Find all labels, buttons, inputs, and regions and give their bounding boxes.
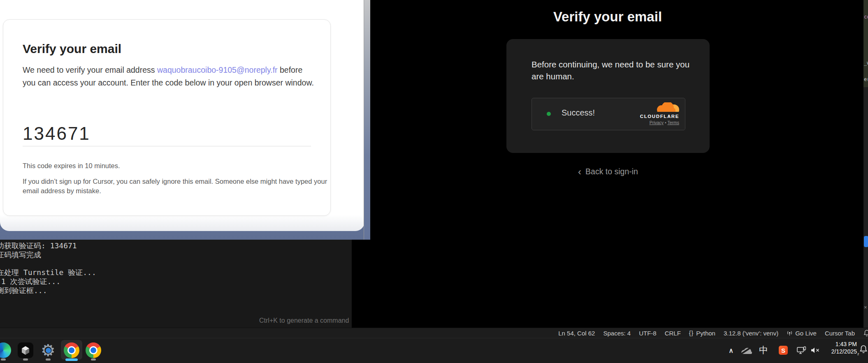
taskbar-notifications-bell-icon[interactable]: z xyxy=(859,345,868,363)
taskbar xyxy=(0,338,868,363)
encoding-indicator[interactable]: UTF-8 xyxy=(639,330,657,337)
taskbar-edge-app[interactable] xyxy=(0,342,11,358)
cursor-position-indicator[interactable]: Ln 54, Col 62 xyxy=(558,330,595,337)
email-address-link[interactable]: waquobraucoibo-9105@noreply.fr xyxy=(157,65,278,74)
onedrive-icon[interactable] xyxy=(740,342,753,358)
ime-indicator[interactable]: 中 xyxy=(758,342,769,358)
notifications-bell-icon[interactable] xyxy=(863,329,868,337)
terminal-line: 测到验证框... xyxy=(0,286,47,295)
chrome-icon-active[interactable] xyxy=(64,342,79,358)
snipaste-icon[interactable]: S xyxy=(778,342,789,358)
running-indicator xyxy=(23,358,28,361)
taskbar-chrome-app[interactable] xyxy=(86,342,101,358)
cloudflare-wordmark: CLOUDFLARE xyxy=(634,114,679,119)
gear-center-dot xyxy=(46,348,51,353)
edge-icon xyxy=(0,342,11,358)
turnstile-widget[interactable]: Success! CLOUDFLARE Privacy • Terms xyxy=(531,98,685,130)
terminal-line: 1 次尝试验证... xyxy=(0,277,60,286)
terminal-line: 在处理 Turnstile 验证... xyxy=(0,268,96,277)
success-dot-icon xyxy=(547,112,551,116)
back-to-signin-link[interactable]: ‹Back to sign-in xyxy=(506,166,710,178)
running-indicator xyxy=(1,358,6,361)
turnstile-status: Success! xyxy=(562,108,595,118)
tray-date: 2/12/2025 xyxy=(820,348,857,355)
status-bar: Ln 54, Col 62 Spaces: 4 UTF-8 CRLF {} Py… xyxy=(0,328,868,338)
braces-icon: {} xyxy=(689,330,694,336)
active-window-indicator xyxy=(65,358,78,361)
terms-link[interactable]: Terms xyxy=(667,120,679,125)
human-check-card: Before continuing, we need to be sure yo… xyxy=(506,39,710,153)
running-indicator xyxy=(46,358,51,361)
taskbar-settings-app[interactable]: ⚙ xyxy=(40,342,56,358)
cursor-cube-icon xyxy=(18,342,33,358)
human-check-text: Before continuing, we need to be sure yo… xyxy=(531,58,692,82)
blue-scroll-thumb[interactable] xyxy=(864,236,868,247)
email-viewport: Verify your email We need to verify your… xyxy=(0,0,364,231)
chrome-icon xyxy=(86,342,101,358)
background-editor-sliver: co _w er × xyxy=(863,0,868,328)
go-live-button[interactable]: Go Live xyxy=(787,330,817,337)
code-fragment: co xyxy=(864,14,868,20)
back-to-signin-label: Back to sign-in xyxy=(585,167,638,176)
expiry-note: This code expires in 10 minutes. xyxy=(23,162,120,170)
running-indicator xyxy=(91,358,96,361)
cloudflare-cloud-icon xyxy=(656,102,679,112)
broadcast-icon xyxy=(787,330,793,336)
turnstile-legal-links: Privacy • Terms xyxy=(634,120,679,125)
screen: Verify your email Before continuing, we … xyxy=(0,0,868,363)
privacy-link[interactable]: Privacy xyxy=(650,120,664,125)
disclaimer-text: If you didn’t sign up for Cursor, you ca… xyxy=(23,177,328,195)
email-card: Verify your email We need to verify your… xyxy=(3,19,331,216)
eol-indicator[interactable]: CRLF xyxy=(665,330,681,337)
email-preview-window: Verify your email We need to verify your… xyxy=(0,0,370,240)
terminal-line: 功获取验证码: 134671 xyxy=(0,241,77,250)
tray-overflow-chevron-icon[interactable]: ∧ xyxy=(726,342,736,358)
cloudflare-branding: CLOUDFLARE Privacy • Terms xyxy=(634,102,679,125)
network-icon[interactable] xyxy=(796,342,807,358)
divider xyxy=(23,146,311,146)
code-fragment: _w xyxy=(864,60,868,66)
tray-clock[interactable]: 1:43 PM 2/12/2025 xyxy=(820,340,857,355)
terminal-panel[interactable]: 功获取验证码: 134671 证码填写完成 在处理 Turnstile 验证..… xyxy=(0,240,352,328)
chevron-left-icon: ‹ xyxy=(578,166,581,177)
python-interpreter-indicator[interactable]: 3.12.8 ('venv': venv) xyxy=(724,330,778,337)
close-icon[interactable]: × xyxy=(864,304,867,310)
email-heading: Verify your email xyxy=(23,42,121,56)
code-fragment: er xyxy=(864,76,868,82)
verification-code: 134671 xyxy=(23,123,91,144)
taskbar-cursor-app[interactable] xyxy=(18,342,33,358)
volume-muted-icon[interactable] xyxy=(810,342,821,358)
terminal-hint: Ctrl+K to generate a command xyxy=(259,317,349,324)
tray-time: 1:43 PM xyxy=(820,340,857,348)
indent-indicator[interactable]: Spaces: 4 xyxy=(603,330,631,337)
language-mode-indicator[interactable]: {} Python xyxy=(689,330,715,337)
cursor-tab-indicator[interactable]: Cursor Tab xyxy=(825,330,855,337)
legal-separator: • xyxy=(665,120,666,125)
window-scrollbar[interactable] xyxy=(364,0,370,240)
editor-highlight-region xyxy=(863,0,868,87)
chrome-icon xyxy=(64,342,79,358)
terminal-line: 证码填写完成 xyxy=(0,250,41,259)
verify-page-title: Verify your email xyxy=(465,9,750,25)
email-body: We need to verify your email address waq… xyxy=(23,64,316,89)
